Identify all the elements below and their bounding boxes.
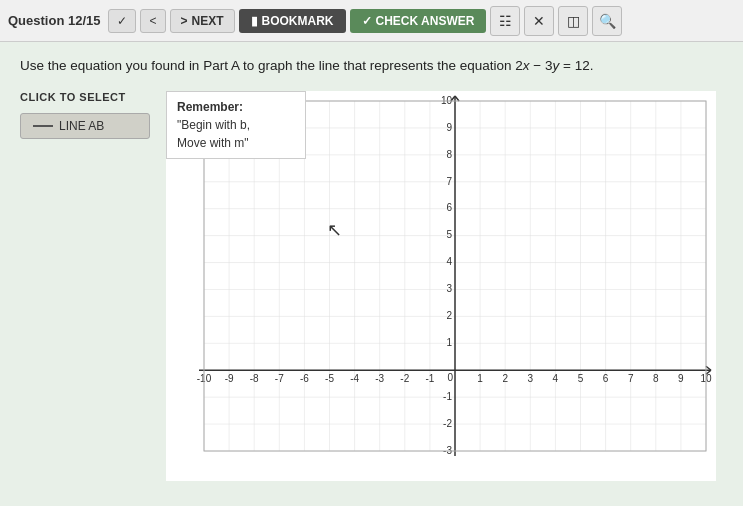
- grid-icon-btn[interactable]: ☷: [490, 6, 520, 36]
- question-label: Question 12/15: [8, 13, 100, 28]
- bookmark-button[interactable]: ▮ BOOKMARK: [239, 9, 346, 33]
- graph-area: Remember: "Begin with b, Move with m": [166, 91, 723, 481]
- search-icon-btn[interactable]: 🔍: [592, 6, 622, 36]
- remember-line1: "Begin with b,: [177, 116, 295, 134]
- left-panel: CLICK TO SELECT LINE AB: [20, 91, 150, 139]
- bookmark-icon: ▮: [251, 14, 258, 28]
- line-ab-button[interactable]: LINE AB: [20, 113, 150, 139]
- line-ab-label: LINE AB: [59, 119, 104, 133]
- close-icon-btn[interactable]: ✕: [524, 6, 554, 36]
- help-icon-btn[interactable]: ◫: [558, 6, 588, 36]
- check-answer-button[interactable]: ✓ CHECK ANSWER: [350, 9, 487, 33]
- remember-title: Remember:: [177, 98, 295, 116]
- click-to-select-label: CLICK TO SELECT: [20, 91, 150, 103]
- top-bar: Question 12/15 ✓ < > NEXT ▮ BOOKMARK ✓ C…: [0, 0, 743, 42]
- lower-section: CLICK TO SELECT LINE AB Remember: "Begin…: [20, 91, 723, 481]
- check-icon: ✓: [362, 14, 372, 28]
- question-text: Use the equation you found in Part A to …: [20, 58, 723, 73]
- remember-line2: Move with m": [177, 134, 295, 152]
- main-content: Use the equation you found in Part A to …: [0, 42, 743, 491]
- remember-box: Remember: "Begin with b, Move with m": [166, 91, 306, 159]
- nav-check-btn[interactable]: ✓: [108, 9, 136, 33]
- nav-next-btn[interactable]: > NEXT: [170, 9, 235, 33]
- next-arrow-icon: >: [181, 14, 188, 28]
- nav-back-btn[interactable]: <: [140, 9, 165, 33]
- line-indicator-icon: [33, 125, 53, 127]
